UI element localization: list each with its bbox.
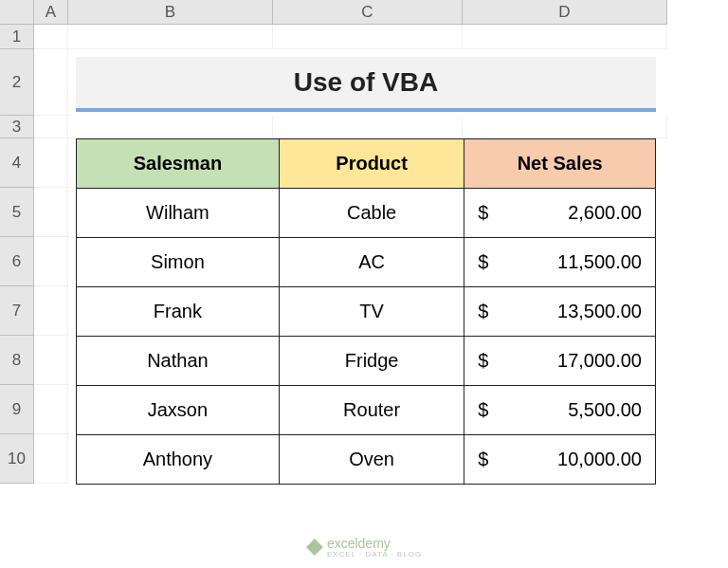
cell-B3[interactable] <box>68 116 273 138</box>
cell-A7[interactable] <box>34 286 68 336</box>
amount: 10,000.00 <box>557 449 642 470</box>
cell-C3[interactable] <box>273 116 463 138</box>
cell-salesman[interactable]: Simon <box>77 238 280 287</box>
cell-salesman[interactable]: Frank <box>77 287 280 337</box>
col-header-B[interactable]: B <box>68 0 273 25</box>
cell-D1[interactable] <box>463 25 667 49</box>
cell-netsales[interactable]: $5,500.00 <box>464 386 656 435</box>
watermark: exceldemy EXCEL · DATA · BLOG <box>306 536 422 559</box>
cell-A9[interactable] <box>34 385 68 434</box>
currency-symbol: $ <box>478 449 488 470</box>
cell-C1[interactable] <box>273 25 463 49</box>
cell-product[interactable]: Router <box>279 386 464 435</box>
amount: 17,000.00 <box>557 350 642 372</box>
cell-salesman[interactable]: Wilham <box>77 189 280 238</box>
amount: 2,600.00 <box>568 202 642 224</box>
table-row: Nathan Fridge $17,000.00 <box>77 337 656 386</box>
row-header-7[interactable]: 7 <box>0 286 34 336</box>
row-header-9[interactable]: 9 <box>0 385 34 434</box>
cell-A3[interactable] <box>34 116 68 138</box>
row-header-2[interactable]: 2 <box>0 49 34 116</box>
currency-symbol: $ <box>478 301 488 322</box>
cell-A8[interactable] <box>34 336 68 385</box>
cell-product[interactable]: Oven <box>279 435 464 485</box>
cell-netsales[interactable]: $10,000.00 <box>464 435 656 485</box>
watermark-logo-icon <box>306 539 323 556</box>
cell-B1[interactable] <box>68 25 273 49</box>
row-header-5[interactable]: 5 <box>0 188 34 237</box>
watermark-tagline: EXCEL · DATA · BLOG <box>327 551 422 559</box>
header-netsales[interactable]: Net Sales <box>464 139 656 189</box>
cell-A2[interactable] <box>34 49 68 116</box>
currency-symbol: $ <box>478 251 488 273</box>
row-header-4[interactable]: 4 <box>0 138 34 188</box>
watermark-brand: exceldemy <box>327 536 391 551</box>
currency-symbol: $ <box>478 350 488 372</box>
cell-D3[interactable] <box>463 116 667 138</box>
cell-A4[interactable] <box>34 138 68 188</box>
cell-A6[interactable] <box>34 237 68 286</box>
data-table: Salesman Product Net Sales Wilham Cable … <box>76 138 656 485</box>
table-row: Anthony Oven $10,000.00 <box>77 435 656 485</box>
col-header-D[interactable]: D <box>463 0 667 25</box>
table-row: Simon AC $11,500.00 <box>77 238 656 287</box>
row-header-10[interactable]: 10 <box>0 434 34 484</box>
col-header-A[interactable]: A <box>34 0 68 25</box>
header-salesman[interactable]: Salesman <box>77 139 280 189</box>
row-header-6[interactable]: 6 <box>0 237 34 286</box>
select-all-corner[interactable] <box>0 0 34 25</box>
cell-salesman[interactable]: Anthony <box>77 435 280 485</box>
cell-salesman[interactable]: Jaxson <box>77 386 280 435</box>
spreadsheet-grid: A B C D 1 2 3 4 5 6 7 8 9 10 Use of VBA … <box>0 0 728 484</box>
table-row: Jaxson Router $5,500.00 <box>77 386 656 435</box>
table-row: Frank TV $13,500.00 <box>77 287 656 337</box>
cell-product[interactable]: TV <box>279 287 464 337</box>
amount: 13,500.00 <box>557 301 642 322</box>
cell-A1[interactable] <box>34 25 68 49</box>
currency-symbol: $ <box>478 399 488 421</box>
row-header-3[interactable]: 3 <box>0 116 34 138</box>
table-row: Wilham Cable $2,600.00 <box>77 189 656 238</box>
page-title: Use of VBA <box>76 57 656 112</box>
cell-netsales[interactable]: $13,500.00 <box>464 287 656 337</box>
data-table-wrap: Salesman Product Net Sales Wilham Cable … <box>68 138 667 484</box>
cell-netsales[interactable]: $17,000.00 <box>464 337 656 386</box>
cell-product[interactable]: Fridge <box>279 337 464 386</box>
row-header-8[interactable]: 8 <box>0 336 34 385</box>
cell-netsales[interactable]: $11,500.00 <box>464 238 656 287</box>
table-header-row: Salesman Product Net Sales <box>77 139 656 189</box>
cell-product[interactable]: AC <box>279 238 464 287</box>
amount: 11,500.00 <box>557 251 642 273</box>
cell-A5[interactable] <box>34 188 68 237</box>
cell-netsales[interactable]: $2,600.00 <box>464 189 656 238</box>
currency-symbol: $ <box>478 202 488 224</box>
header-product[interactable]: Product <box>279 139 464 189</box>
row-header-1[interactable]: 1 <box>0 25 34 49</box>
cell-product[interactable]: Cable <box>279 189 464 238</box>
amount: 5,500.00 <box>568 399 642 421</box>
cell-salesman[interactable]: Nathan <box>77 337 280 386</box>
col-header-C[interactable]: C <box>273 0 463 25</box>
cell-A10[interactable] <box>34 434 68 484</box>
